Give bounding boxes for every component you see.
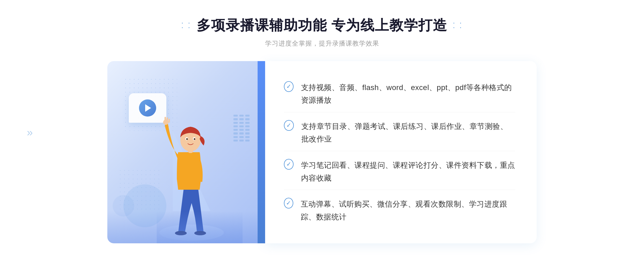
- play-triangle-icon: [145, 104, 151, 112]
- feature-item-4: ✓ 互动弹幕、试听购买、微信分享、观看次数限制、学习进度跟踪、数据统计: [284, 192, 515, 229]
- feature-text-1: 支持视频、音频、flash、word、excel、ppt、pdf等各种格式的资源…: [301, 81, 515, 107]
- check-symbol-4: ✓: [286, 200, 291, 206]
- dots-right-icon: ⁚ ⁚: [453, 21, 463, 30]
- page-wrapper: » ⁚ ⁚ 多项录播课辅助功能 专为线上教学打造 ⁚ ⁚ 学习进度全掌握，提升录…: [0, 0, 644, 261]
- feature-text-4: 互动弹幕、试听购买、微信分享、观看次数限制、学习进度跟踪、数据统计: [301, 198, 515, 223]
- svg-point-12: [194, 138, 195, 140]
- feature-item-2: ✓ 支持章节目录、弹题考试、课后练习、课后作业、章节测验、批改作业: [284, 115, 515, 151]
- svg-point-10: [186, 138, 188, 140]
- feature-item-1: ✓ 支持视频、音频、flash、word、excel、ppt、pdf等各种格式的…: [284, 76, 515, 112]
- feature-text-3: 学习笔记回看、课程提问、课程评论打分、课件资料下载，重点内容收藏: [301, 159, 515, 184]
- blue-vertical-bar: [258, 61, 265, 243]
- check-symbol-2: ✓: [286, 122, 291, 128]
- svg-rect-6: [169, 119, 170, 123]
- check-icon-3: ✓: [284, 159, 294, 170]
- svg-rect-4: [164, 117, 166, 122]
- page-title: 多项录播课辅助功能 专为线上教学打造: [197, 16, 447, 35]
- svg-rect-5: [167, 117, 168, 122]
- check-icon-2: ✓: [284, 120, 294, 131]
- header-section: ⁚ ⁚ 多项录播课辅助功能 专为线上教学打造 ⁚ ⁚ 学习进度全掌握，提升录播课…: [0, 16, 644, 48]
- check-icon-1: ✓: [284, 81, 294, 92]
- features-panel: ✓ 支持视频、音频、flash、word、excel、ppt、pdf等各种格式的…: [265, 61, 537, 243]
- content-area: ✓ 支持视频、音频、flash、word、excel、ppt、pdf等各种格式的…: [107, 61, 537, 243]
- feature-item-3: ✓ 学习笔记回看、课程提问、课程评论打分、课件资料下载，重点内容收藏: [284, 154, 515, 190]
- page-subtitle: 学习进度全掌握，提升录播课教学效果: [0, 39, 644, 48]
- dots-left-icon: ⁚ ⁚: [181, 21, 191, 30]
- check-symbol-3: ✓: [286, 161, 291, 167]
- play-icon-circle: [139, 99, 156, 117]
- illustration-card: [107, 61, 258, 243]
- check-symbol-1: ✓: [286, 84, 291, 90]
- gradient-overlay: [107, 211, 258, 243]
- title-row: ⁚ ⁚ 多项录播课辅助功能 专为线上教学打造 ⁚ ⁚: [0, 16, 644, 35]
- check-icon-4: ✓: [284, 198, 293, 208]
- left-arrows-decoration: »: [27, 126, 33, 139]
- feature-text-2: 支持章节目录、弹题考试、课后练习、课后作业、章节测验、批改作业: [301, 120, 515, 146]
